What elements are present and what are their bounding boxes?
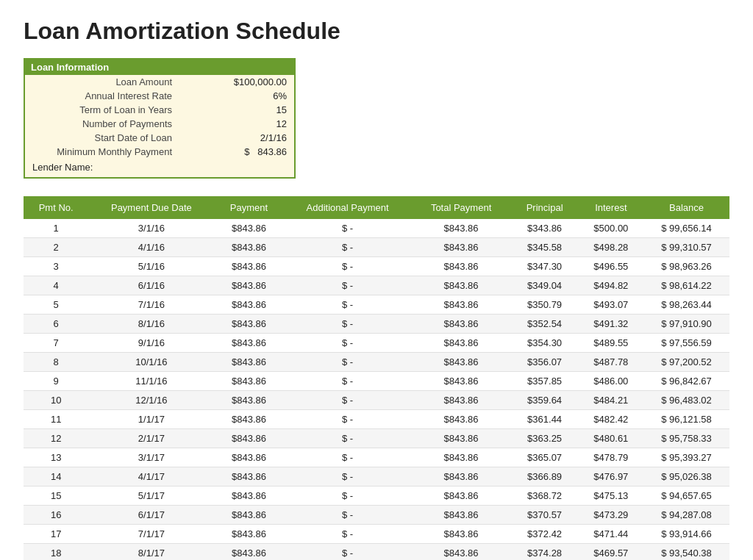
table-cell: 1 <box>24 219 88 238</box>
loan-info-label: Term of Loan in Years <box>25 103 179 117</box>
table-cell: $ - <box>284 353 412 372</box>
table-cell: 3/1/16 <box>88 219 214 238</box>
table-row: 57/1/16$843.86$ -$843.86$350.79$493.07$ … <box>24 295 729 315</box>
table-cell: 3 <box>24 257 88 276</box>
table-cell: $366.89 <box>511 467 579 487</box>
table-cell: $482.42 <box>579 410 643 429</box>
table-cell: $ 96,121.58 <box>643 410 729 429</box>
table-cell: $843.86 <box>412 295 511 315</box>
table-cell: $ - <box>284 315 412 334</box>
table-row: 177/1/17$843.86$ -$843.86$372.42$471.44$… <box>24 525 729 544</box>
loan-info-row: Start Date of Loan2/1/16 <box>25 131 294 145</box>
table-cell: $843.86 <box>412 429 511 448</box>
table-cell: $ - <box>284 257 412 276</box>
table-cell: $ 95,026.38 <box>643 467 729 487</box>
table-cell: $843.86 <box>412 467 511 487</box>
table-cell: $843.86 <box>412 448 511 467</box>
table-cell: 5 <box>24 295 88 315</box>
table-cell: $357.85 <box>511 372 579 391</box>
table-cell: 12 <box>24 429 88 448</box>
table-cell: $ - <box>284 410 412 429</box>
table-cell: $498.28 <box>579 238 643 257</box>
table-cell: 17 <box>24 525 88 544</box>
amortization-table: Pmt No.Payment Due DatePaymentAdditional… <box>24 196 729 560</box>
table-row: 122/1/17$843.86$ -$843.86$363.25$480.61$… <box>24 429 729 448</box>
table-cell: 15 <box>24 487 88 506</box>
loan-info-label: Loan Amount <box>25 75 179 89</box>
table-cell: 2 <box>24 238 88 257</box>
table-cell: $352.54 <box>511 315 579 334</box>
table-cell: 4/1/16 <box>88 238 214 257</box>
loan-info-row: Annual Interest Rate6% <box>25 89 294 103</box>
table-cell: $489.55 <box>579 334 643 353</box>
table-cell: $ 98,263.44 <box>643 295 729 315</box>
table-cell: $486.00 <box>579 372 643 391</box>
table-cell: $ - <box>284 219 412 238</box>
table-cell: 7/1/16 <box>88 295 214 315</box>
table-cell: $374.28 <box>511 544 579 561</box>
table-cell: 13 <box>24 448 88 467</box>
table-cell: $843.86 <box>412 334 511 353</box>
table-cell: $363.25 <box>511 429 579 448</box>
table-cell: $ 94,287.08 <box>643 506 729 525</box>
table-cell: 2/1/17 <box>88 429 214 448</box>
column-header: Total Payment <box>412 196 511 219</box>
table-row: 911/1/16$843.86$ -$843.86$357.85$486.00$… <box>24 372 729 391</box>
table-row: 1012/1/16$843.86$ -$843.86$359.64$484.21… <box>24 391 729 410</box>
loan-info-label: Start Date of Loan <box>25 131 179 145</box>
table-cell: $843.86 <box>412 315 511 334</box>
table-cell: $ - <box>284 238 412 257</box>
table-cell: $356.07 <box>511 353 579 372</box>
table-cell: $843.86 <box>412 487 511 506</box>
lender-name-row: Lender Name: <box>25 159 294 177</box>
table-cell: 6 <box>24 315 88 334</box>
table-cell: $ 93,540.38 <box>643 544 729 561</box>
table-cell: $ - <box>284 295 412 315</box>
loan-info-label: Annual Interest Rate <box>25 89 179 103</box>
table-cell: $496.55 <box>579 257 643 276</box>
table-cell: $ 99,656.14 <box>643 219 729 238</box>
table-row: 166/1/17$843.86$ -$843.86$370.57$473.29$… <box>24 506 729 525</box>
table-cell: $843.86 <box>215 257 284 276</box>
table-cell: $494.82 <box>579 276 643 295</box>
table-row: 111/1/17$843.86$ -$843.86$361.44$482.42$… <box>24 410 729 429</box>
table-cell: $843.86 <box>215 410 284 429</box>
table-cell: 6/1/17 <box>88 506 214 525</box>
table-cell: 3/1/17 <box>88 448 214 467</box>
loan-info-value: $100,000.00 <box>179 75 294 89</box>
table-cell: $ 99,310.57 <box>643 238 729 257</box>
table-cell: $ - <box>284 525 412 544</box>
table-cell: $843.86 <box>215 467 284 487</box>
table-cell: 16 <box>24 506 88 525</box>
table-cell: $843.86 <box>412 391 511 410</box>
table-cell: $345.58 <box>511 238 579 257</box>
column-header: Payment <box>215 196 284 219</box>
table-cell: 11 <box>24 410 88 429</box>
table-cell: 5/1/17 <box>88 487 214 506</box>
table-cell: $843.86 <box>215 487 284 506</box>
table-cell: $350.79 <box>511 295 579 315</box>
table-cell: 1/1/17 <box>88 410 214 429</box>
table-cell: $476.97 <box>579 467 643 487</box>
table-cell: $843.86 <box>215 544 284 561</box>
table-cell: $475.13 <box>579 487 643 506</box>
column-header: Pmt No. <box>24 196 88 219</box>
table-cell: $ 93,914.66 <box>643 525 729 544</box>
table-cell: $469.57 <box>579 544 643 561</box>
table-cell: $478.79 <box>579 448 643 467</box>
table-cell: $843.86 <box>412 219 511 238</box>
table-cell: $ - <box>284 506 412 525</box>
table-cell: $ - <box>284 391 412 410</box>
table-cell: 4/1/17 <box>88 467 214 487</box>
table-cell: 6/1/16 <box>88 276 214 295</box>
table-cell: $343.86 <box>511 219 579 238</box>
column-header: Additional Payment <box>284 196 412 219</box>
table-cell: $ 97,910.90 <box>643 315 729 334</box>
table-cell: $843.86 <box>412 353 511 372</box>
table-cell: 10/1/16 <box>88 353 214 372</box>
table-cell: $ - <box>284 429 412 448</box>
loan-info-row: Loan Amount$100,000.00 <box>25 75 294 89</box>
table-cell: $361.44 <box>511 410 579 429</box>
loan-info-table: Loan Amount$100,000.00Annual Interest Ra… <box>25 75 294 159</box>
page-title: Loan Amortization Schedule <box>24 18 729 45</box>
